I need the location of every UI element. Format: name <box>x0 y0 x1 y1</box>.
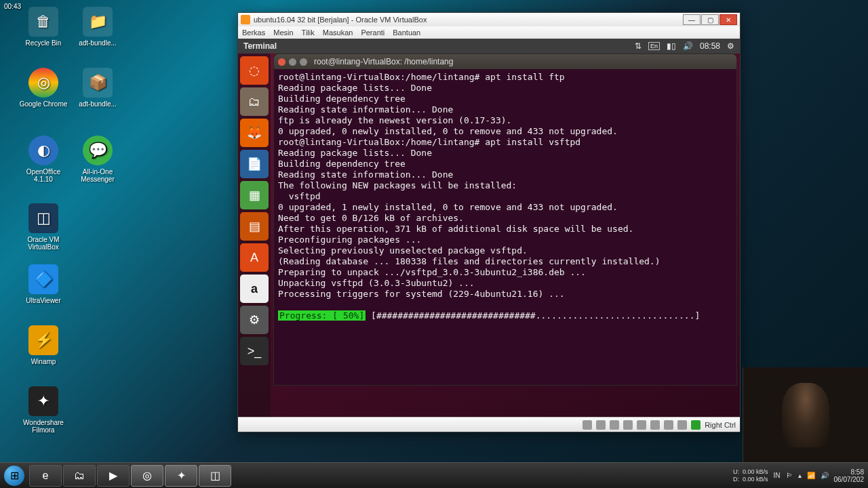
launcher-files[interactable]: 🗂 <box>240 87 269 116</box>
winamp-icon: ⚡ <box>28 325 58 355</box>
menu-peranti[interactable]: Peranti <box>361 28 384 37</box>
system-tray: U: 0.00 kB/s D: 0.00 kB/s IN 🏳 ▴ 📶 🔊 8:5… <box>733 468 868 483</box>
trash-icon: 🗑 <box>28 7 58 37</box>
tray-lang[interactable]: IN <box>774 472 781 479</box>
launcher-firefox[interactable]: 🦊 <box>240 119 269 147</box>
folder-icon: 📁 <box>83 7 113 37</box>
taskbar-virtualbox[interactable]: ◫ <box>199 465 231 487</box>
webcam-overlay <box>743 367 868 462</box>
windows-icon: ⊞ <box>4 466 24 486</box>
ultraviewer-icon: 🔷 <box>28 264 58 294</box>
launcher-terminal[interactable]: >_ <box>240 337 269 365</box>
icon-label: adt-bundle... <box>73 100 122 108</box>
icon-label: Recycle Bin <box>19 39 68 47</box>
progress-bar: [##############################.........… <box>366 310 700 321</box>
messenger-icon: 💬 <box>83 136 113 165</box>
network-icon[interactable]: ⇅ <box>635 41 642 51</box>
openoffice-icon: ◐ <box>28 136 58 165</box>
vbox-mouse-icon[interactable] <box>677 420 687 430</box>
maximize-button[interactable]: ▢ <box>701 14 719 25</box>
icon-label: UltraViewer <box>19 297 68 304</box>
terminal-title: root@lintang-VirtualBox: /home/lintang <box>314 57 453 66</box>
launcher-impress[interactable]: ▤ <box>240 212 269 241</box>
desktop-icon-messenger[interactable]: 💬All-in-One Messenger <box>73 136 122 183</box>
desktop-icon-adt2[interactable]: 📦adt-bundle... <box>73 68 122 108</box>
desktop-icon-filmora[interactable]: ✦Wondershare Filmora <box>19 386 68 434</box>
vbox-menubar: Berkas Mesin Tilik Masukan Peranti Bantu… <box>238 26 740 39</box>
gear-icon[interactable]: ⚙ <box>727 41 734 51</box>
terminal-close-icon[interactable] <box>278 58 285 66</box>
icon-label: OpenOffice 4.1.10 <box>19 168 68 183</box>
battery-icon[interactable]: ▮▯ <box>667 41 676 51</box>
vbox-cd-icon[interactable] <box>596 420 606 430</box>
menu-tilik[interactable]: Tilik <box>302 28 315 37</box>
tray-network-icon[interactable]: 📶 <box>807 472 815 479</box>
tray-clock[interactable]: 8:58 06/07/202 <box>834 468 865 483</box>
clock[interactable]: 08:58 <box>700 41 720 51</box>
start-button[interactable]: ⊞ <box>0 463 28 489</box>
desktop-icon-adt[interactable]: 📁adt-bundle... <box>73 7 122 47</box>
minimize-button[interactable]: — <box>683 14 701 25</box>
terminal-maximize-icon[interactable] <box>300 58 307 66</box>
ubuntu-topbar-title: Terminal <box>243 41 277 51</box>
icon-label: Google Chrome <box>19 100 68 108</box>
taskbar-mediaplayer[interactable]: ▶ <box>97 465 130 487</box>
virtualbox-window: ubuntu16.04 32 bit [Berjalan] - Oracle V… <box>237 12 741 432</box>
taskbar-filmora[interactable]: ✦ <box>165 465 197 487</box>
chrome-icon: ◎ <box>28 68 58 98</box>
terminal-body[interactable]: root@lintang-VirtualBox:/home/lintang# a… <box>274 69 736 324</box>
progress-label: Progress: [ 50%] <box>278 310 366 321</box>
keyboard-lang[interactable]: En <box>648 42 660 50</box>
desktop-icon-winamp[interactable]: ⚡Winamp <box>19 325 68 365</box>
vbox-rec-icon[interactable] <box>664 420 673 430</box>
launcher-software[interactable]: A <box>240 243 269 272</box>
tray-volume-icon[interactable]: 🔊 <box>821 472 829 479</box>
volume-icon[interactable]: 🔊 <box>683 41 693 51</box>
desktop-icon-virtualbox[interactable]: ◫Oracle VM VirtualBox <box>19 203 68 251</box>
launcher-amazon[interactable]: a <box>240 274 269 303</box>
ubuntu-topbar: Terminal ⇅ En ▮▯ 🔊 08:58 ⚙ <box>238 39 740 54</box>
taskbar-ie[interactable]: e <box>29 465 62 487</box>
terminal-minimize-icon[interactable] <box>289 58 296 66</box>
icon-label: Winamp <box>19 358 68 365</box>
filmora-icon: ✦ <box>28 386 58 416</box>
close-button[interactable]: ✕ <box>719 14 737 25</box>
tray-chevron-up-icon[interactable]: ▴ <box>798 472 802 479</box>
menu-masukan[interactable]: Masukan <box>323 28 353 37</box>
icon-label: Oracle VM VirtualBox <box>19 236 68 251</box>
vbox-capture-icon[interactable] <box>691 420 701 430</box>
vbox-titlebar[interactable]: ubuntu16.04 32 bit [Berjalan] - Oracle V… <box>238 13 740 26</box>
vbox-hd-icon[interactable] <box>583 420 592 430</box>
taskbar-explorer[interactable]: 🗂 <box>63 465 96 487</box>
terminal-titlebar[interactable]: root@lintang-VirtualBox: /home/lintang <box>274 54 736 69</box>
person-silhouette <box>782 383 829 447</box>
archive-icon: 📦 <box>83 68 113 98</box>
tray-flag-icon[interactable]: 🏳 <box>786 472 793 479</box>
vbox-display-icon[interactable] <box>650 420 660 430</box>
vbox-shared-icon[interactable] <box>637 420 646 430</box>
desktop-icon-ultraviewer[interactable]: 🔷UltraViewer <box>19 264 68 304</box>
ubuntu-guest: Terminal ⇅ En ▮▯ 🔊 08:58 ⚙ ◌ 🗂 🦊 📄 ▦ ▤ A… <box>238 39 740 417</box>
desktop-icon-recycle-bin[interactable]: 🗑Recycle Bin <box>19 7 68 47</box>
icon-label: adt-bundle... <box>73 39 122 47</box>
vbox-statusbar: Right Ctrl <box>238 417 740 432</box>
menu-mesin[interactable]: Mesin <box>273 28 293 37</box>
launcher-calc[interactable]: ▦ <box>240 181 269 209</box>
net-speed: U: 0.00 kB/s D: 0.00 kB/s <box>733 468 768 483</box>
desktop-icon-openoffice[interactable]: ◐OpenOffice 4.1.10 <box>19 136 68 183</box>
taskbar-chrome[interactable]: ◎ <box>131 465 163 487</box>
virtualbox-icon: ◫ <box>28 203 58 233</box>
terminal-window: root@lintang-VirtualBox: /home/lintang r… <box>273 54 737 386</box>
icon-label: All-in-One Messenger <box>73 168 122 183</box>
virtualbox-icon <box>241 15 250 24</box>
vbox-title: ubuntu16.04 32 bit [Berjalan] - Oracle V… <box>254 16 427 24</box>
launcher-dash[interactable]: ◌ <box>240 56 269 85</box>
desktop-icon-chrome[interactable]: ◎Google Chrome <box>19 68 68 108</box>
launcher-writer[interactable]: 📄 <box>240 150 269 178</box>
vbox-net-icon[interactable] <box>610 420 619 430</box>
menu-bantuan[interactable]: Bantuan <box>393 28 420 37</box>
menu-berkas[interactable]: Berkas <box>242 28 265 37</box>
windows-taskbar: ⊞ e 🗂 ▶ ◎ ✦ ◫ U: 0.00 kB/s D: 0.00 kB/s … <box>0 462 868 488</box>
vbox-usb-icon[interactable] <box>623 420 633 430</box>
launcher-settings[interactable]: ⚙ <box>240 306 269 334</box>
